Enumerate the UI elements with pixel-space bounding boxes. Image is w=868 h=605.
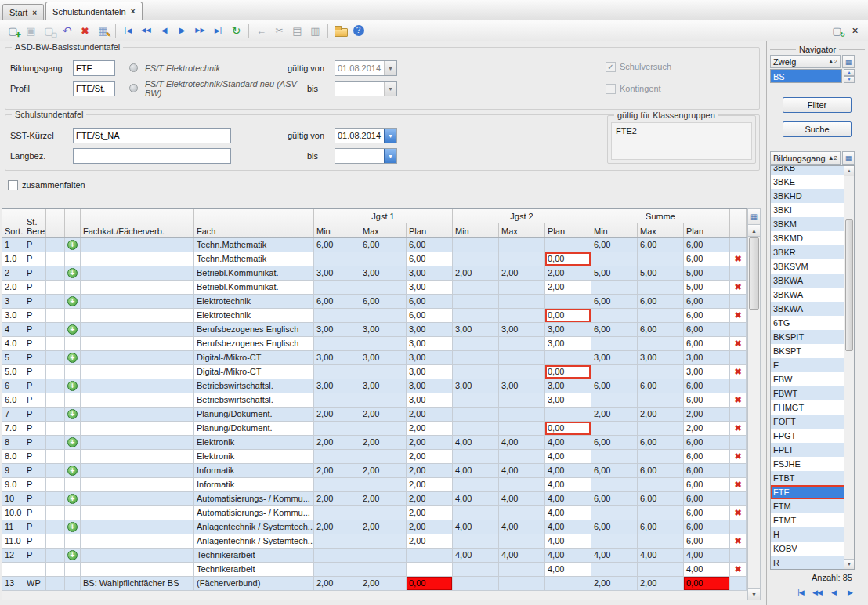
cell-sort[interactable]: 9 [2, 464, 24, 478]
cell-jgst2-max[interactable] [499, 534, 545, 549]
record-rewind-button[interactable]: ◀◀ [810, 586, 824, 599]
cell-jgst1-min[interactable] [314, 534, 360, 549]
cell-delete[interactable]: ✖ [730, 281, 747, 295]
cell-summe-max[interactable]: 6,00 [638, 295, 684, 309]
bildungsgang-item[interactable]: FTM [771, 499, 845, 513]
cell-fach[interactable]: Automatisierungs- / Kommu... [194, 492, 314, 506]
cell-fach[interactable]: Betriebswirtschaftsl. [194, 393, 314, 408]
cell-delete[interactable]: ✖ [730, 563, 747, 577]
cell-sort[interactable]: 9.0 [2, 478, 24, 492]
cell-summe-min[interactable] [591, 365, 638, 379]
cell-jgst2-min[interactable] [453, 408, 499, 422]
cell-delete[interactable] [730, 408, 747, 422]
cell-delete[interactable]: ✖ [730, 393, 747, 408]
column-chooser-button[interactable]: ▦ [842, 151, 855, 165]
cell-summe-plan[interactable]: 3,00 [684, 365, 730, 379]
cell-jgst2-plan[interactable]: 4,00 [545, 506, 591, 520]
cell-summe-plan[interactable]: 6,00 [684, 238, 730, 252]
cell-jgst2-min[interactable] [453, 450, 499, 464]
cell-jgst1-max[interactable] [360, 252, 407, 266]
cell-delete[interactable] [730, 577, 747, 591]
cell-jgst1-plan[interactable]: 2,00 [407, 422, 453, 436]
cell-jgst1-min[interactable]: 3,00 [314, 323, 360, 337]
cell-jgst1-min[interactable]: 2,00 [314, 408, 360, 422]
cell-jgst2-max[interactable] [499, 365, 545, 379]
cell-sort[interactable]: 3.0 [2, 309, 24, 323]
cell-delete[interactable]: ✖ [730, 478, 747, 492]
cell-jgst2-plan[interactable] [545, 577, 591, 591]
cell-add[interactable]: + [65, 351, 81, 365]
cell-add[interactable]: + [65, 549, 81, 563]
bildungsgang-item[interactable]: BKSPT [771, 344, 845, 358]
bildungsgang-item[interactable]: FPLT [771, 443, 845, 457]
cell-jgst2-plan[interactable] [545, 408, 591, 422]
cell-summe-min[interactable] [591, 252, 638, 266]
cell-jgst1-min[interactable] [314, 422, 360, 436]
cell-jgst2-plan[interactable]: 0,00 [545, 365, 591, 379]
cell-delete[interactable]: ✖ [730, 337, 747, 351]
col-header-max[interactable]: Max [638, 223, 684, 237]
cell-jgst2-min[interactable]: 4,00 [453, 549, 499, 563]
spin-down-icon[interactable]: ▼ [844, 76, 855, 83]
delete-row-icon[interactable]: ✖ [732, 536, 743, 546]
cell-sort[interactable]: 2.0 [2, 281, 24, 295]
cell-fach[interactable]: Elektronik [194, 450, 314, 464]
cell-summe-min[interactable] [591, 309, 638, 323]
bildungsgang-item[interactable]: 3BKR [771, 245, 845, 259]
bildungsgang-item[interactable]: 3BKM [771, 217, 845, 231]
grid-scrollbar[interactable]: ▦ ▲ ▼ [747, 208, 761, 600]
cell-jgst2-plan[interactable]: 3,00 [545, 379, 591, 393]
cell-jgst1-plan[interactable]: 6,00 [407, 309, 453, 323]
cell-jgst1-plan[interactable]: 2,00 [407, 464, 453, 478]
bildungsgang-item[interactable]: R [771, 556, 845, 570]
cell-delete[interactable] [730, 492, 747, 506]
cell-summe-plan[interactable]: 6,00 [684, 478, 730, 492]
bildungsgang-item[interactable]: FSJHE [771, 457, 845, 471]
cell-jgst2-plan[interactable]: 2,00 [545, 266, 591, 281]
column-chooser-button[interactable]: ▦ [748, 209, 760, 225]
cell-add[interactable]: + [65, 464, 81, 478]
cell-jgst2-max[interactable]: 4,00 [499, 492, 545, 506]
cell-fachkat[interactable] [81, 379, 194, 393]
cell-delete[interactable] [730, 266, 747, 281]
cell-sort[interactable]: 8.0 [2, 450, 24, 464]
bildungsgang-list[interactable]: 3BKB3BKE3BKHD3BKI3BKM3BKMD3BKR3BKSVM3BKW… [770, 165, 855, 570]
cell-fach[interactable]: (Fächerverbund) [194, 577, 314, 591]
cell-summe-min[interactable]: 5,00 [591, 266, 638, 281]
cell-add[interactable]: + [65, 436, 81, 450]
cell-summe-max[interactable] [638, 252, 684, 266]
cell-summe-plan[interactable]: 4,00 [684, 549, 730, 563]
cell-sort[interactable]: 2 [2, 266, 24, 281]
cell-summe-plan[interactable]: 6,00 [684, 492, 730, 506]
cut-button[interactable]: ✂ [270, 22, 288, 39]
col-header-sort[interactable]: Sort. [2, 209, 24, 237]
cell-add[interactable] [65, 450, 81, 464]
cell-jgst2-max[interactable] [499, 563, 545, 577]
cell-fach[interactable]: Anlagentechnik / Systemtech... [194, 520, 314, 534]
cell-fachkat[interactable] [81, 323, 194, 337]
refresh-view-button[interactable]: ▢↻ [828, 22, 846, 39]
cell-jgst1-max[interactable]: 3,00 [360, 351, 407, 365]
bildungsgang-item[interactable]: FPGT [771, 429, 845, 443]
cell-fachkat[interactable] [81, 408, 194, 422]
cell-add[interactable] [65, 506, 81, 520]
cell-jgst1-min[interactable] [314, 450, 360, 464]
col-header-max[interactable]: Max [499, 223, 545, 237]
spin-up-icon[interactable]: ▲ [844, 69, 855, 76]
cell-jgst2-plan[interactable]: 4,00 [545, 464, 591, 478]
cell-add[interactable] [65, 309, 81, 323]
cell-jgst2-plan[interactable] [545, 238, 591, 252]
cell-st-bereich[interactable]: P [24, 393, 46, 408]
cell-jgst1-min[interactable]: 2,00 [314, 520, 360, 534]
cell-delete[interactable]: ✖ [730, 365, 747, 379]
cell-sort[interactable]: 12 [2, 549, 24, 563]
cell-summe-plan[interactable]: 6,00 [684, 450, 730, 464]
cell-summe-plan[interactable]: 5,00 [684, 281, 730, 295]
cell-jgst1-max[interactable] [360, 534, 407, 549]
bildungsgang-item[interactable]: 3BKWA [771, 302, 845, 316]
record-prev-button[interactable]: ◀ [826, 586, 841, 599]
cell-summe-max[interactable] [638, 309, 684, 323]
cell-summe-max[interactable] [638, 563, 684, 577]
cell-sort[interactable]: 6 [2, 379, 24, 393]
cell-jgst2-max[interactable]: 4,00 [499, 549, 545, 563]
